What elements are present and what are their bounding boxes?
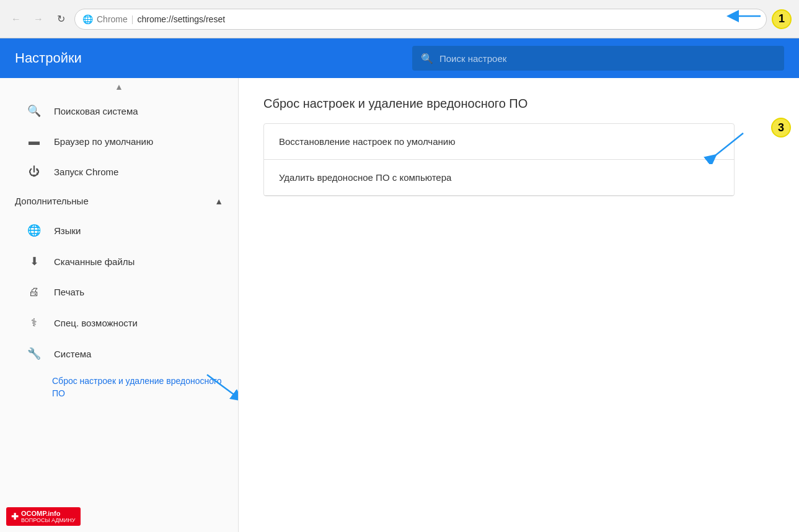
languages-label: Языки [54, 225, 81, 236]
watermark: ✚ OCOMP.info ВОПРОСЫ АДМИНУ [6, 507, 81, 526]
restore-defaults-label: Восстановление настроек по умолчанию [279, 136, 455, 147]
remove-malware-item[interactable]: Удалить вредоносное ПО с компьютера [264, 160, 734, 196]
sidebar-item-accessibility[interactable]: ⚕ Спец. возможности [0, 307, 238, 338]
sidebar-sub-item-reset[interactable]: Сброс настроек и удаление вредоносного П… [0, 369, 238, 406]
reset-options-card: Восстановление настроек по умолчанию Уда… [263, 123, 735, 196]
annotation-badge-3: 3 [771, 118, 791, 137]
languages-icon: 🌐 [27, 224, 42, 237]
url-text: chrome://settings/reset [137, 14, 225, 24]
browser-chrome: ← → ↻ 🌐 Chrome | chrome://settings/reset… [0, 0, 799, 38]
default-browser-icon: ▬ [27, 135, 42, 148]
system-label: Система [54, 349, 91, 359]
reset-sub-label: Сброс настроек и удаление вредоносного П… [52, 375, 223, 399]
settings-header: Настройки 🔍 Поиск настроек [0, 38, 799, 78]
svg-line-5 [712, 133, 743, 158]
forward-button[interactable]: → [30, 11, 47, 28]
search-icon: 🔍 [421, 53, 433, 64]
system-icon: 🔧 [27, 347, 42, 360]
main-panel: Сброс настроек и удаление вредоносного П… [239, 78, 799, 532]
sidebar: ▲ 🔍 Поисковая система ▬ Браузер по умолч… [0, 78, 239, 532]
reload-button[interactable]: ↻ [52, 11, 69, 28]
annotation-arrow-3 [700, 127, 749, 164]
remove-malware-label: Удалить вредоносное ПО с компьютера [279, 172, 451, 183]
app-name-label: Chrome [97, 14, 128, 24]
search-engine-label: Поисковая система [54, 106, 138, 116]
advanced-section-header[interactable]: Дополнительные ▲ [0, 187, 238, 215]
settings-body: ▲ 🔍 Поисковая система ▬ Браузер по умолч… [0, 78, 799, 532]
print-label: Печать [54, 287, 84, 297]
address-bar[interactable]: 🌐 Chrome | chrome://settings/reset [74, 9, 767, 30]
annotation-arrow-1 [726, 7, 764, 25]
startup-icon: ⏻ [27, 165, 42, 178]
print-icon: 🖨 [27, 286, 42, 299]
globe-icon: 🌐 [82, 14, 93, 24]
advanced-label: Дополнительные [15, 196, 210, 206]
scroll-up-indicator: ▲ [0, 78, 238, 95]
annotation-arrow-2 [204, 372, 239, 403]
accessibility-label: Спец. возможности [54, 318, 138, 328]
sidebar-item-search-engine[interactable]: 🔍 Поисковая система [0, 95, 238, 126]
downloads-label: Скачанные файлы [54, 256, 135, 267]
sidebar-item-languages[interactable]: 🌐 Языки [0, 215, 238, 246]
back-button[interactable]: ← [7, 11, 25, 28]
watermark-text: OCOMP.info [21, 510, 76, 517]
sidebar-item-default-browser[interactable]: ▬ Браузер по умолчанию [0, 126, 238, 157]
downloads-icon: ⬇ [27, 255, 42, 268]
annotation-badge-1: 1 [772, 9, 792, 29]
restore-defaults-item[interactable]: Восстановление настроек по умолчанию [264, 124, 734, 160]
settings-title: Настройки [15, 50, 82, 66]
sidebar-item-print[interactable]: 🖨 Печать [0, 277, 238, 307]
watermark-subtext: ВОПРОСЫ АДМИНУ [21, 517, 76, 523]
startup-label: Запуск Chrome [54, 167, 118, 177]
sidebar-item-downloads[interactable]: ⬇ Скачанные файлы [0, 246, 238, 277]
advanced-chevron: ▲ [214, 196, 223, 206]
settings-search[interactable]: 🔍 Поиск настроек [412, 46, 784, 71]
search-placeholder-text: Поиск настроек [439, 53, 506, 64]
svg-line-3 [207, 375, 238, 398]
settings-app: Настройки 🔍 Поиск настроек ▲ 🔍 Поисковая… [0, 38, 799, 532]
sidebar-item-system[interactable]: 🔧 Система [0, 338, 238, 369]
search-engine-icon: 🔍 [27, 104, 42, 118]
accessibility-icon: ⚕ [27, 316, 42, 329]
sidebar-item-startup[interactable]: ⏻ Запуск Chrome [0, 157, 238, 187]
default-browser-label: Браузер по умолчанию [54, 136, 153, 147]
separator: | [131, 14, 134, 24]
section-title: Сброс настроек и удаление вредоносного П… [263, 97, 774, 111]
